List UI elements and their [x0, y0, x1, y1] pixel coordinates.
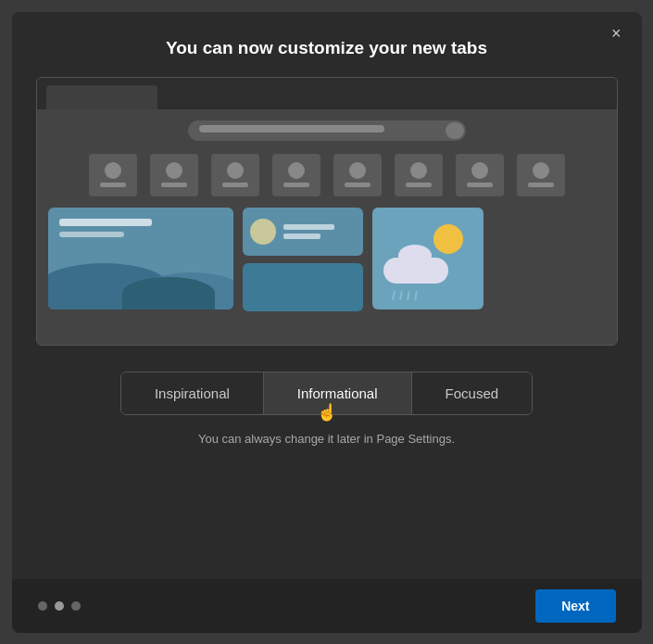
address-bar-text: [199, 125, 384, 133]
option-informational[interactable]: Informational: [264, 373, 412, 414]
icon-row: [48, 154, 606, 196]
next-button[interactable]: Next: [535, 589, 615, 623]
card-landscape: [48, 208, 233, 309]
info-lines: [283, 224, 334, 239]
icon-card-6: [395, 154, 443, 196]
dot-3: [71, 601, 81, 611]
customize-dialog: × You can now customize your new tabs: [12, 12, 642, 633]
bottom-bar: Next: [12, 579, 642, 633]
icon-card-4: [272, 154, 320, 196]
browser-tab-bar: [37, 78, 617, 109]
card-weather: [372, 208, 483, 309]
preview-area: [36, 77, 618, 346]
option-focused[interactable]: Focused: [412, 373, 533, 414]
card-info-bottom: [243, 263, 363, 311]
close-button[interactable]: ×: [606, 23, 627, 44]
card-info-col: [243, 208, 363, 311]
card-info-top: [243, 208, 363, 256]
icon-card-2: [150, 154, 198, 196]
info-circle: [250, 219, 276, 245]
icon-card-7: [456, 154, 504, 196]
options-wrapper: Inspirational Informational Focused ☝: [120, 346, 533, 415]
content-cards-row: [48, 208, 606, 311]
browser-content: [37, 109, 617, 345]
address-bar-button: [446, 122, 464, 139]
address-bar: [188, 120, 466, 141]
options-row: Inspirational Informational Focused: [120, 372, 533, 415]
rain-icon: [393, 291, 417, 300]
icon-card-3: [211, 154, 259, 196]
dot-1: [38, 601, 47, 611]
dialog-title: You can now customize your new tabs: [129, 38, 524, 58]
icon-card-1: [89, 154, 137, 196]
icon-card-8: [517, 154, 565, 196]
icon-card-5: [333, 154, 382, 196]
hint-text: You can always change it later in Page S…: [198, 432, 455, 446]
dot-2: [55, 601, 64, 611]
pagination-dots: [38, 601, 81, 611]
address-bar-row: [48, 120, 606, 141]
option-inspirational[interactable]: Inspirational: [121, 373, 264, 414]
weather-cloud-icon: [383, 258, 448, 284]
weather-sun-icon: [433, 224, 463, 254]
browser-tab: [46, 85, 157, 109]
